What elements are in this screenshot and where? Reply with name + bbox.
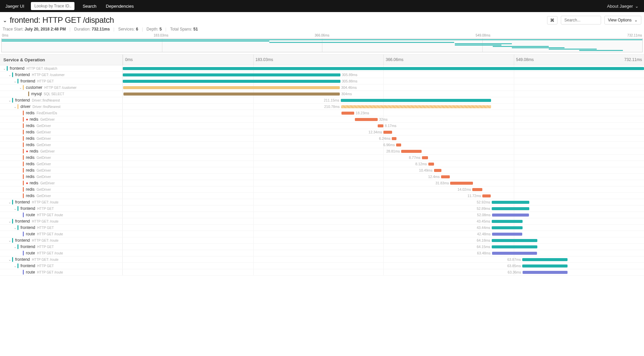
span-row[interactable]: ⌄frontendDriver::findNearest211.15ms	[0, 97, 644, 104]
service-name: redis	[26, 136, 35, 141]
span-row[interactable]: ⌄frontendHTTP GET: /route52.92ms	[0, 199, 644, 205]
span-row[interactable]: redisGetDriver6.96ms	[0, 142, 644, 148]
duration-label: 12.34ms	[369, 130, 382, 134]
span-bar[interactable]	[482, 194, 491, 197]
expand-toggle[interactable]: ⌄	[13, 264, 17, 268]
collapse-toggle[interactable]: ⌄	[3, 17, 7, 23]
span-bar[interactable]	[428, 163, 434, 166]
span-row[interactable]: redisGetDriver10.49ms	[0, 167, 644, 174]
expand-toggle[interactable]: ⌄	[7, 99, 12, 102]
span-bar[interactable]	[492, 239, 537, 242]
span-bar[interactable]	[492, 220, 523, 223]
span-row[interactable]: ⌄frontendHTTP GET43.44ms	[0, 225, 644, 231]
span-row[interactable]: redisGetDriver12.34ms	[0, 129, 644, 135]
operation-name: GetDriver	[37, 124, 51, 128]
span-row[interactable]: redisGetDriver6.24ms	[0, 135, 644, 142]
span-bar[interactable]	[450, 182, 473, 185]
span-bar[interactable]	[341, 105, 491, 108]
span-row[interactable]: redisGetDriver8.12ms	[0, 161, 644, 167]
span-row[interactable]: redisGetDriver12.4ms	[0, 174, 644, 180]
span-bar[interactable]	[355, 118, 378, 121]
expand-toggle[interactable]: ⌄	[7, 220, 12, 223]
span-row[interactable]: ●redisGetDriver31.83ms	[0, 180, 644, 186]
span-bar[interactable]	[472, 188, 482, 191]
service-name: frontend	[20, 206, 35, 211]
expand-toggle[interactable]: ⌄	[7, 200, 12, 204]
trace-id-input[interactable]	[31, 2, 74, 10]
span-bar[interactable]	[392, 137, 396, 140]
service-name: frontend	[15, 257, 30, 262]
expand-toggle[interactable]: ⌄	[7, 239, 12, 242]
span-bar[interactable]	[123, 67, 644, 70]
span-bar[interactable]	[492, 226, 523, 229]
span-row[interactable]: redisGetDriver8.17ms	[0, 123, 644, 129]
span-bar[interactable]	[341, 99, 491, 102]
span-bar[interactable]	[492, 201, 529, 204]
minimap[interactable]	[1, 38, 643, 52]
span-row[interactable]: ⌄frontendHTTP GET52.89ms	[0, 205, 644, 212]
operation-name: Driver::findNearest	[33, 105, 60, 109]
span-bar[interactable]	[396, 143, 401, 146]
expand-toggle[interactable]: ⌄	[13, 207, 17, 211]
span-row[interactable]: ⌄frontendHTTP GET: /route43.45ms	[0, 218, 644, 225]
span-row[interactable]: ⌄frontendHTTP GET64.15ms	[0, 244, 644, 250]
span-bar[interactable]	[123, 93, 340, 96]
span-bar[interactable]	[492, 245, 537, 248]
expand-toggle[interactable]: ⌄	[18, 86, 23, 90]
span-row[interactable]: ⌄customerHTTP GET /customer304.46ms	[0, 84, 644, 91]
duration-label: 52.08ms	[477, 213, 490, 217]
duration-label: 304.46ms	[341, 85, 357, 90]
nav-about[interactable]: About Jaeger ⌄	[607, 4, 639, 9]
view-options-button[interactable]: View Options ⌄	[604, 16, 641, 24]
span-bar[interactable]	[123, 73, 340, 76]
span-row[interactable]: routeHTTP GET /route52.08ms	[0, 212, 644, 218]
span-bar[interactable]	[492, 252, 537, 255]
expand-toggle[interactable]: ⌄	[2, 67, 7, 70]
span-row[interactable]: routeHTTP GET /route42.48ms	[0, 231, 644, 237]
span-bar[interactable]	[492, 233, 522, 236]
nav-search[interactable]: Search	[83, 4, 96, 9]
span-row[interactable]: ⌄driverDriver::findNearest210.78ms	[0, 104, 644, 110]
expand-toggle[interactable]: ⌄	[13, 245, 17, 249]
span-row[interactable]: redisFindDriverIDs18.23ms	[0, 110, 644, 116]
span-bar[interactable]	[383, 131, 392, 134]
span-row[interactable]: ⌄frontendHTTP GET305.88ms	[0, 78, 644, 84]
span-bar[interactable]	[522, 264, 568, 268]
duration-label: 52.89ms	[477, 206, 490, 211]
span-row[interactable]: mysqlSQL SELECT304ms	[0, 91, 644, 97]
span-row[interactable]: redisGetDriver14.02ms	[0, 186, 644, 193]
trace-search-input[interactable]	[561, 16, 601, 24]
span-bar[interactable]	[422, 156, 428, 159]
span-row[interactable]: routeHTTP GET /route63.48ms	[0, 250, 644, 256]
span-bar[interactable]	[378, 124, 383, 127]
span-bar[interactable]	[522, 258, 568, 261]
span-row[interactable]: ⌄frontendHTTP GET /dispatch	[0, 65, 644, 72]
keyboard-shortcut-button[interactable]: ⌘	[547, 16, 557, 24]
span-bar[interactable]	[341, 112, 355, 115]
span-row[interactable]: ⌄frontendHTTP GET: /route63.87ms	[0, 256, 644, 263]
span-row[interactable]: ⌄frontendHTTP GET63.85ms	[0, 263, 644, 269]
expand-toggle[interactable]: ⌄	[7, 73, 12, 77]
operation-name: HTTP GET /route	[37, 213, 63, 217]
span-row[interactable]: ⌄frontendHTTP GET: /customer305.89ms	[0, 72, 644, 78]
span-row[interactable]: redisGetDriver11.72ms	[0, 193, 644, 199]
span-bar[interactable]	[492, 207, 529, 210]
span-bar[interactable]	[492, 214, 529, 217]
span-row[interactable]: ●redisGetDriver28.81ms	[0, 148, 644, 155]
expand-toggle[interactable]: ⌄	[13, 226, 17, 230]
expand-toggle[interactable]: ⌄	[13, 105, 17, 109]
span-bar[interactable]	[441, 175, 450, 178]
span-row[interactable]: ●redisGetDriver32ms	[0, 116, 644, 123]
span-bar[interactable]	[523, 271, 568, 274]
span-row[interactable]: ⌄frontendHTTP GET: /route64.18ms	[0, 237, 644, 244]
span-bar[interactable]	[434, 169, 441, 172]
span-bar[interactable]	[123, 80, 340, 83]
span-row[interactable]: redisGetDriver8.77ms	[0, 155, 644, 161]
span-bar[interactable]	[401, 150, 422, 153]
nav-dependencies[interactable]: Dependencies	[106, 4, 134, 9]
expand-toggle[interactable]: ⌄	[13, 79, 17, 83]
span-row[interactable]: routeHTTP GET /route63.36ms	[0, 269, 644, 276]
service-name: redis	[26, 142, 35, 147]
expand-toggle[interactable]: ⌄	[7, 258, 12, 261]
span-bar[interactable]	[123, 86, 340, 89]
